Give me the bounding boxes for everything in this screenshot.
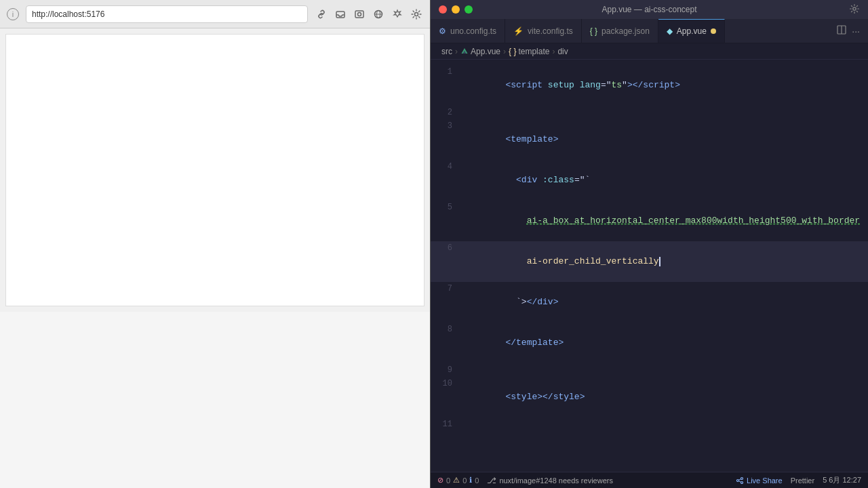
live-share-label: Live Share [747,476,783,485]
settings-icon[interactable] [410,7,423,21]
titlebar-controls [439,5,473,14]
breadcrumb-src[interactable]: src [441,47,452,56]
editor-panel: App.vue — ai-css-concept ⚙ uno.config.ts… [431,0,868,488]
svg-point-11 [737,479,739,481]
line-content-9 [463,363,868,377]
link-icon[interactable] [315,7,328,21]
tab-uno-config[interactable]: ⚙ uno.config.ts [431,19,505,43]
breadcrumb-file[interactable]: App.vue [460,47,500,56]
editor-code[interactable]: 1 <script setup lang="ts"></script> 2 3 … [431,60,868,472]
uno-tab-icon: ⚙ [439,26,446,36]
line-num-4: 4 [431,160,463,174]
minimize-button[interactable] [452,5,460,14]
git-branch-icon: ⎇ [487,476,496,485]
error-count[interactable]: 0 [446,476,450,485]
browser-info-icon[interactable]: i [7,8,19,20]
line-num-1: 1 [431,65,463,79]
line-num-9: 9 [431,363,463,377]
browser-address-bar[interactable]: http://localhost:5176 [26,5,308,23]
line-num-11: 11 [431,418,463,431]
vue-tab-icon: ◆ [667,26,673,36]
browser-bottom [0,312,430,488]
status-left: ⊘ 0 ⚠ 0 ℹ 0 [437,476,479,485]
git-branch-label: nuxt/image#1248 needs reviewers [499,476,613,485]
package-tab-icon: { } [590,26,597,36]
warning-icon: ⚠ [453,476,460,485]
line-content-4: <div :class="` [463,160,868,201]
vite-tab-icon: ⚡ [513,26,524,36]
line-num-7: 7 [431,282,463,296]
code-line-4: 4 <div :class="` [431,160,868,201]
line-num-3: 3 [431,119,463,133]
inbox-icon[interactable] [334,7,347,21]
line-content-2 [463,106,868,119]
line-content-10: <style></style> [463,377,868,418]
line-content-11 [463,418,868,431]
code-line-8: 8 </template> [431,323,868,363]
breadcrumb: src › App.vue › { } template › div [431,43,868,60]
encoding-label[interactable]: 5 6月 12:27 [823,475,861,485]
close-button[interactable] [439,5,447,14]
line-content-3: <template> [463,119,868,160]
info-count[interactable]: 0 [475,476,479,485]
svg-point-6 [415,12,418,16]
screenshot-icon[interactable] [353,7,366,21]
status-git[interactable]: ⎇ nuxt/image#1248 needs reviewers [487,476,613,485]
svg-point-7 [853,7,856,9]
maximize-button[interactable] [465,5,473,14]
package-tab-label: package.json [601,26,650,36]
code-line-11: 11 [431,418,868,431]
editor-titlebar: App.vue — ai-css-concept [431,0,868,19]
status-right: Live Share Prettier 5 6月 12:27 [736,475,861,485]
globe-icon[interactable] [372,7,385,21]
code-line-7: 7 `></div> [431,282,868,323]
editor-statusbar: ⊘ 0 ⚠ 0 ℹ 0 ⎇ nuxt/image#1248 needs revi… [431,472,868,488]
code-line-9: 9 [431,363,868,377]
tab-package-json[interactable]: { } package.json [582,19,658,43]
warning-count[interactable]: 0 [462,476,467,485]
line-content-7: `></div> [463,282,868,323]
breadcrumb-div[interactable]: div [557,47,568,56]
more-actions-icon[interactable]: ··· [852,26,860,37]
svg-rect-1 [355,11,363,18]
prettier-button[interactable]: Prettier [791,476,814,485]
uno-tab-label: uno.config.ts [450,26,496,36]
line-num-6: 6 [431,241,463,255]
line-content-6: ai-order_child_vertically [463,241,868,282]
code-line-5: 5 ai-a_box_at_horizontal_center_max800wi… [431,201,868,241]
svg-point-10 [741,477,743,479]
error-icon: ⊘ [437,476,443,485]
split-editor-icon[interactable] [837,25,846,37]
tab-app-vue[interactable]: ◆ App.vue [658,19,725,43]
code-line-6: 6 ai-order_child_vertically [431,241,868,282]
settings-gear-icon[interactable] [849,3,860,16]
extensions-icon[interactable] [391,7,404,21]
info-icon: ℹ [469,476,472,485]
code-line-1: 1 <script setup lang="ts"></script> [431,65,868,106]
app-vue-tab-label: App.vue [677,26,707,36]
svg-line-14 [738,481,741,482]
browser-action-icons [315,7,423,21]
breadcrumb-template[interactable]: { } template [509,47,549,56]
editor-tabbar: ⚙ uno.config.ts ⚡ vite.config.ts { } pac… [431,19,868,43]
line-content-1: <script setup lang="ts"></script> [463,65,868,106]
line-content-5: ai-a_box_at_horizontal_center_max800widt… [463,201,868,241]
svg-point-12 [741,481,743,483]
tab-vite-config[interactable]: ⚡ vite.config.ts [505,19,582,43]
tabbar-right-icons: ··· [829,19,868,43]
code-line-10: 10 <style></style> [431,377,868,418]
code-line-3: 3 <template> [431,119,868,160]
svg-point-2 [358,12,361,16]
vite-tab-label: vite.config.ts [528,26,573,36]
live-share-button[interactable]: Live Share [736,476,783,485]
line-num-8: 8 [431,323,463,336]
line-num-10: 10 [431,377,463,390]
browser-toolbar: i http://localhost:5176 [0,0,430,28]
titlebar-title: App.vue — ai-css-concept [601,5,696,14]
tab-modified-dot [711,28,716,34]
code-line-2: 2 [431,106,868,119]
text-cursor [659,257,660,266]
browser-viewport [5,34,425,306]
svg-line-13 [738,479,741,480]
browser-panel: i http://localhost:5176 [0,0,431,488]
